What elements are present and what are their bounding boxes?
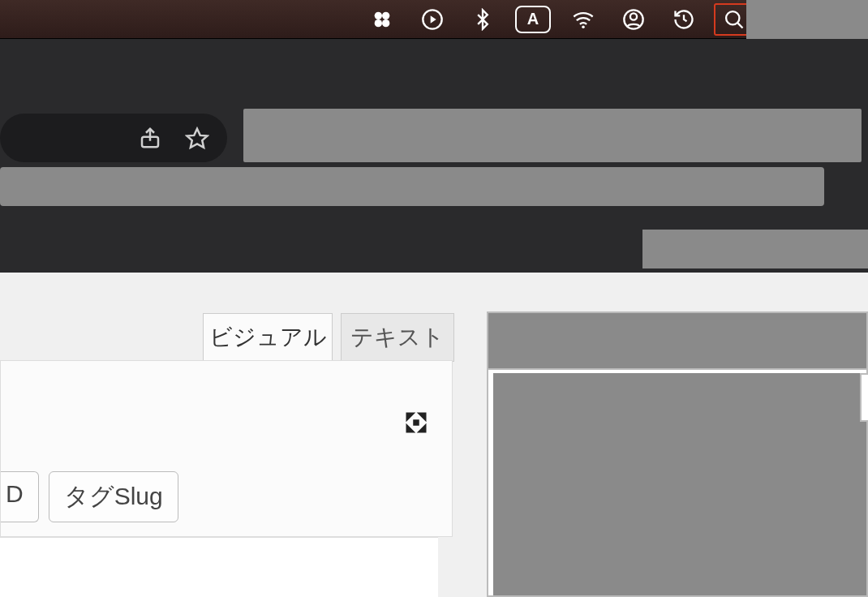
play-circle-icon[interactable] — [412, 3, 453, 36]
svg-marker-20 — [419, 426, 426, 432]
url-toolbar-pill — [0, 114, 227, 162]
fullscreen-expand-icon[interactable] — [403, 410, 429, 436]
url-row — [0, 114, 868, 162]
tab-visual[interactable]: ビジュアル — [203, 313, 333, 362]
svg-rect-21 — [415, 421, 419, 425]
tab-strip-masked — [0, 167, 824, 206]
svg-point-6 — [582, 25, 585, 28]
svg-point-1 — [382, 11, 389, 19]
tag-slug-button[interactable]: タグSlug — [49, 471, 178, 522]
tab-text[interactable]: テキスト — [341, 313, 454, 362]
svg-line-10 — [738, 23, 743, 28]
svg-point-0 — [375, 11, 382, 19]
svg-marker-5 — [431, 15, 436, 23]
time-machine-icon[interactable] — [664, 3, 704, 36]
svg-marker-18 — [419, 414, 426, 420]
right-panel-header-masked — [488, 313, 866, 370]
input-source-label: A — [515, 6, 551, 33]
bluetooth-icon[interactable] — [462, 3, 503, 36]
macos-menubar: A — [0, 0, 868, 39]
browser-chrome — [0, 39, 868, 273]
right-edge-slice — [860, 373, 868, 422]
svg-point-2 — [375, 19, 382, 27]
share-icon[interactable] — [136, 124, 164, 152]
user-account-icon[interactable] — [613, 3, 654, 36]
editor-tabs: ビジュアル テキスト — [0, 313, 454, 362]
immersed-icon[interactable] — [362, 3, 402, 36]
tag-button-partial-d[interactable]: D — [1, 471, 39, 522]
svg-point-9 — [726, 11, 739, 24]
header-masked — [642, 230, 868, 268]
svg-point-3 — [382, 19, 389, 27]
svg-marker-17 — [407, 414, 414, 420]
tag-button-row: D タグSlug — [1, 471, 178, 522]
svg-marker-16 — [187, 129, 208, 148]
bookmark-star-icon[interactable] — [183, 124, 211, 152]
right-sidebar-panel — [487, 311, 868, 597]
input-source-icon[interactable]: A — [513, 3, 553, 36]
svg-marker-19 — [407, 426, 414, 432]
editor-below-panel — [0, 537, 438, 597]
right-panel-body-masked — [493, 373, 866, 595]
wifi-icon[interactable] — [563, 3, 604, 36]
url-bar-masked[interactable] — [243, 109, 862, 162]
editor-panel: D タグSlug — [0, 360, 453, 537]
svg-point-8 — [630, 13, 637, 19]
